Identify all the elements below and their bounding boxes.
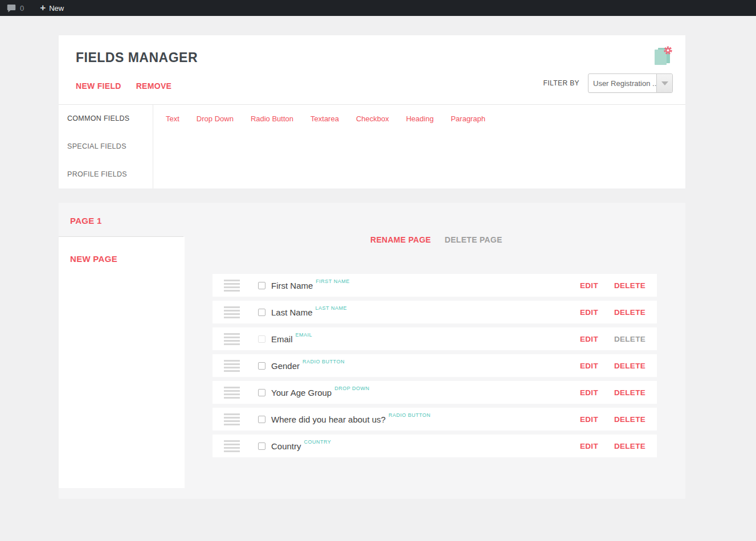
delete-link: DELETE [614, 335, 645, 343]
field-label: Email [271, 334, 293, 344]
page-actions: RENAME PAGE DELETE PAGE [370, 235, 502, 244]
field-group-special-fields[interactable]: SPECIAL FIELDS [59, 133, 153, 161]
field-row: First Name FIRST NAME EDIT DELETE [213, 274, 657, 297]
admin-bar-comments[interactable]: 0 [7, 4, 24, 13]
header-actions: NEW FIELD REMOVE [76, 81, 171, 91]
field-row: Last Name LAST NAME EDIT DELETE [213, 301, 657, 323]
field-row: Email EMAIL EDIT DELETE [213, 327, 657, 350]
pages-panel: PAGE 1 NEW PAGE RENAME PAGE DELETE PAGE … [59, 203, 685, 499]
delete-link[interactable]: DELETE [614, 308, 645, 317]
comments-count: 0 [20, 4, 24, 13]
field-row: Your Age Group DROP DOWN EDIT DELETE [213, 381, 657, 404]
field-type-tag: RADIO BUTTON [389, 412, 431, 418]
fields-manager-panel: FIELDS MANAGER NEW FIELD REMOVE FILTER B… [59, 35, 685, 188]
new-button-label: New [49, 4, 64, 13]
page-title: FIELDS MANAGER [76, 50, 198, 65]
comments-icon [7, 4, 16, 13]
drag-handle-icon[interactable] [224, 413, 240, 425]
delete-link[interactable]: DELETE [614, 388, 645, 397]
field-label: Where did you hear about us? [271, 415, 386, 424]
edit-link[interactable]: EDIT [580, 308, 598, 317]
delete-link[interactable]: DELETE [614, 415, 645, 424]
field-row: Country COUNTRY EDIT DELETE [213, 435, 657, 457]
new-page-button[interactable]: NEW PAGE [70, 254, 117, 264]
filter-dropdown-value: User Registration ... [589, 79, 656, 88]
field-type-tag: EMAIL [296, 332, 313, 338]
rename-page-button[interactable]: RENAME PAGE [370, 235, 431, 244]
filter-by: FILTER BY User Registration ... [543, 73, 673, 93]
fields-manager-docs-gear-icon [653, 47, 672, 66]
delete-link[interactable]: DELETE [614, 281, 645, 290]
admin-bar: 0 + New [0, 0, 756, 16]
field-types-nav: TextDrop DownRadio ButtonTextareaCheckbo… [154, 105, 685, 133]
edit-link[interactable]: EDIT [580, 388, 598, 397]
filter-dropdown[interactable]: User Registration ... [588, 73, 673, 93]
gear-icon [663, 46, 673, 55]
chevron-down-icon [661, 81, 668, 85]
field-row: Where did you hear about us? RADIO BUTTO… [213, 408, 657, 431]
drag-handle-icon[interactable] [224, 333, 240, 345]
row-checkbox [258, 335, 265, 343]
edit-link[interactable]: EDIT [580, 442, 598, 450]
drag-handle-icon[interactable] [224, 360, 240, 372]
field-label: First Name [271, 281, 313, 290]
drag-handle-icon[interactable] [224, 306, 240, 318]
admin-bar-new-button[interactable]: + New [40, 4, 64, 13]
field-type-drop-down[interactable]: Drop Down [197, 105, 234, 133]
remove-button[interactable]: REMOVE [136, 81, 171, 91]
row-checkbox[interactable] [258, 362, 265, 370]
field-type-tag: DROP DOWN [334, 386, 369, 391]
field-label: Last Name [271, 308, 313, 317]
plus-icon: + [40, 3, 46, 13]
new-field-button[interactable]: NEW FIELD [76, 81, 121, 91]
edit-link[interactable]: EDIT [580, 415, 598, 424]
field-label: Your Age Group [271, 388, 332, 397]
edit-link[interactable]: EDIT [580, 335, 598, 343]
edit-link[interactable]: EDIT [580, 281, 598, 290]
field-type-text[interactable]: Text [166, 105, 179, 133]
delete-link[interactable]: DELETE [614, 442, 645, 450]
field-type-checkbox[interactable]: Checkbox [356, 105, 389, 133]
field-type-paragraph[interactable]: Paragraph [451, 105, 485, 133]
row-checkbox[interactable] [258, 389, 265, 396]
edit-link[interactable]: EDIT [580, 362, 598, 370]
field-groups-nav: COMMON FIELDSSPECIAL FIELDSPROFILE FIELD… [59, 105, 153, 188]
pages-sidebar: NEW PAGE [59, 237, 185, 488]
row-checkbox[interactable] [258, 442, 265, 450]
field-type-tag: LAST NAME [316, 305, 347, 311]
field-type-tag: FIRST NAME [316, 278, 349, 284]
row-checkbox[interactable] [258, 416, 265, 423]
delete-page-button: DELETE PAGE [445, 235, 502, 244]
field-type-heading[interactable]: Heading [406, 105, 434, 133]
dropdown-arrow-button[interactable] [656, 74, 672, 92]
row-checkbox[interactable] [258, 309, 265, 316]
drag-handle-icon[interactable] [224, 440, 240, 452]
field-rows: First Name FIRST NAME EDIT DELETE Last N… [213, 274, 657, 461]
delete-link[interactable]: DELETE [614, 362, 645, 370]
drag-handle-icon[interactable] [224, 280, 240, 292]
field-label: Gender [271, 361, 300, 371]
field-type-radio-button[interactable]: Radio Button [251, 105, 293, 133]
filter-by-label: FILTER BY [543, 79, 579, 87]
field-type-tag: COUNTRY [304, 439, 332, 445]
field-type-textarea[interactable]: Textarea [310, 105, 339, 133]
field-label: Country [271, 441, 301, 451]
field-type-tag: RADIO BUTTON [303, 359, 345, 364]
field-group-common-fields[interactable]: COMMON FIELDS [59, 105, 153, 133]
row-checkbox[interactable] [258, 282, 265, 289]
tab-page-1[interactable]: PAGE 1 [70, 216, 102, 226]
field-group-profile-fields[interactable]: PROFILE FIELDS [59, 161, 153, 188]
field-row: Gender RADIO BUTTON EDIT DELETE [213, 354, 657, 377]
drag-handle-icon[interactable] [224, 387, 240, 399]
